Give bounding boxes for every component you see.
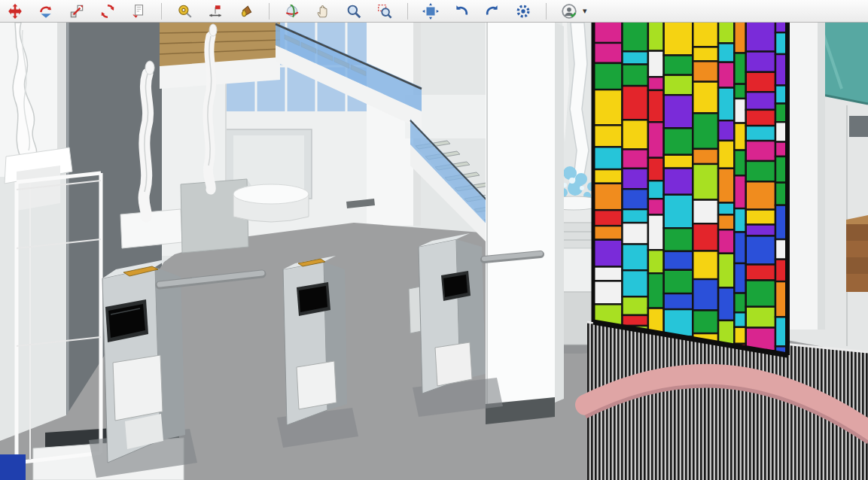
dimension-tool-icon (207, 3, 224, 20)
scene-svg (0, 23, 868, 480)
paste-in-place-tool-icon (130, 3, 147, 20)
rotate-tool-button[interactable] (35, 1, 56, 21)
move-tool-button[interactable] (5, 1, 26, 21)
tape-measure-tool-button[interactable] (174, 1, 195, 21)
turnstile-1 (89, 259, 197, 478)
orbit-tool-icon (284, 3, 300, 20)
rotate-copy-tool-button[interactable] (97, 1, 118, 21)
scale-tool-icon (69, 3, 85, 20)
pan-tool-icon (315, 3, 331, 20)
next-view-tool-button[interactable] (482, 1, 503, 21)
orbit-tool-button[interactable] (282, 1, 303, 21)
rotate-copy-tool-icon (99, 3, 116, 20)
tape-measure-tool-icon (176, 3, 193, 20)
pan-tool-button[interactable] (312, 1, 333, 21)
zoom-window-tool-icon (376, 3, 393, 20)
status-corner (0, 454, 26, 480)
toolbar-buttons (5, 1, 580, 21)
previous-view-tool-icon (453, 3, 470, 20)
toolbar-divider (161, 3, 162, 20)
column-b (486, 23, 564, 424)
rotate-tool-icon (38, 3, 54, 20)
scale-tool-button[interactable] (66, 1, 87, 21)
wood-steps (846, 215, 868, 292)
move-tool-icon (7, 3, 23, 20)
account-status-button[interactable] (559, 1, 580, 21)
main-toolbar: ▾ (0, 0, 868, 23)
zoom-tool-button[interactable] (343, 1, 364, 21)
zoom-extents-tool-button[interactable] (420, 1, 441, 21)
zoom-extents-tool-icon (422, 3, 439, 20)
toolbar-divider (407, 3, 408, 20)
paint-bucket-tool-button[interactable] (236, 1, 257, 21)
account-status-icon (561, 3, 577, 20)
toolbar-divider (546, 3, 547, 20)
paste-in-place-tool-button[interactable] (128, 1, 149, 21)
toolbar-overflow-chevron[interactable]: ▾ (583, 6, 587, 16)
toolbar-divider (269, 3, 270, 20)
round-counter (233, 184, 309, 222)
wood-loft (160, 23, 280, 89)
model-settings-tool-icon (515, 3, 531, 20)
previous-view-tool-button[interactable] (451, 1, 472, 21)
paint-bucket-tool-icon (238, 3, 254, 20)
next-view-tool-icon (484, 3, 501, 20)
dimension-tool-button[interactable] (205, 1, 226, 21)
3d-viewport[interactable] (0, 23, 868, 480)
zoom-tool-icon (346, 3, 362, 20)
zoom-window-tool-button[interactable] (374, 1, 395, 21)
model-settings-tool-button[interactable] (513, 1, 534, 21)
